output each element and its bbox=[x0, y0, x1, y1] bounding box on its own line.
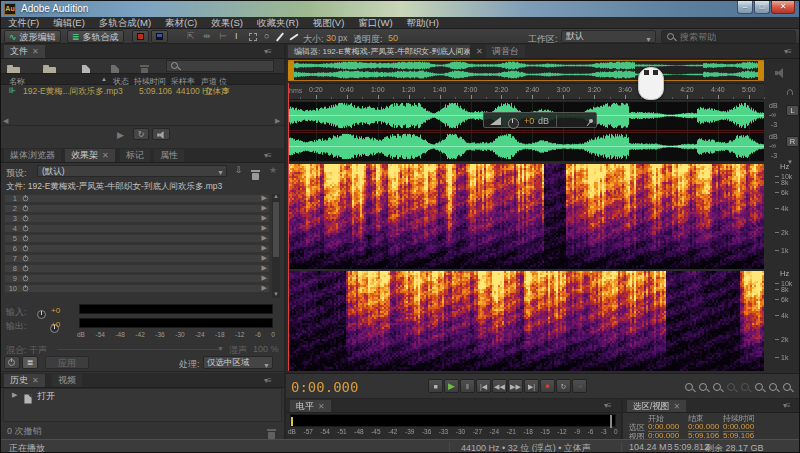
favorite-star-icon[interactable]: ★ bbox=[269, 165, 277, 175]
move-tool-icon[interactable]: ⇱ bbox=[187, 31, 195, 41]
zoom-in-amplitude-button[interactable] bbox=[725, 381, 738, 394]
overview-selection-handle-right[interactable] bbox=[758, 60, 764, 81]
history-entry[interactable]: ▶ 打开 bbox=[4, 390, 283, 401]
tab-markers[interactable]: 标记 bbox=[120, 149, 150, 162]
tab-history[interactable]: 历史✕ bbox=[4, 374, 45, 387]
menu-item[interactable]: 文件(F) bbox=[1, 17, 46, 29]
effect-slot[interactable]: 2▶ bbox=[4, 204, 270, 213]
close-icon[interactable]: ✕ bbox=[32, 376, 39, 385]
to-start-button[interactable]: |◀ bbox=[476, 379, 491, 393]
playhead[interactable] bbox=[288, 83, 289, 371]
panel-menu-icon[interactable]: ▾≡ bbox=[784, 47, 791, 56]
zoom-selection-button[interactable] bbox=[711, 381, 724, 394]
to-end-button[interactable]: ▶| bbox=[524, 379, 539, 393]
workspace-dropdown[interactable]: 默认▼ bbox=[561, 30, 656, 43]
trash-icon[interactable] bbox=[267, 429, 276, 439]
play-button[interactable]: ▶ bbox=[444, 379, 459, 393]
menu-item[interactable]: 编辑(E) bbox=[46, 17, 92, 29]
skip-button[interactable]: ⇥ bbox=[572, 379, 587, 393]
spectral-view-button[interactable] bbox=[151, 30, 168, 43]
left-channel-button[interactable]: L bbox=[786, 105, 799, 116]
slot-arrow-icon[interactable]: ▶ bbox=[262, 234, 267, 242]
files-search-box[interactable] bbox=[166, 60, 274, 72]
tab-editor[interactable]: 编辑器: 192-E黄梅戏-严凤英-牛郎织女-到底人间欢乐多.mp3 bbox=[288, 45, 470, 58]
menu-item[interactable]: 素材(C) bbox=[158, 17, 204, 29]
effect-slot[interactable]: 7▶ bbox=[4, 254, 270, 263]
minimize-button[interactable]: – bbox=[737, 1, 753, 14]
slip-tool-icon[interactable]: ⇹ bbox=[203, 31, 211, 41]
overview-waveform[interactable] bbox=[294, 61, 758, 80]
close-icon[interactable]: ✕ bbox=[102, 151, 109, 160]
panel-menu-icon[interactable]: ▾≡ bbox=[783, 401, 790, 410]
effect-slot[interactable]: 3▶ bbox=[4, 214, 270, 223]
menu-item[interactable]: 视图(V) bbox=[306, 17, 352, 29]
tab-selection-view[interactable]: 选区/视图✕ bbox=[627, 400, 686, 412]
hscroll-right-icon[interactable]: ▶ bbox=[275, 117, 280, 125]
zoom-in-width-button[interactable] bbox=[753, 381, 766, 394]
record-button[interactable]: ● bbox=[540, 379, 555, 393]
chevron-down-icon[interactable]: ▼ bbox=[464, 48, 471, 55]
forward-button[interactable]: ▶▶ bbox=[508, 379, 523, 393]
waveform-display[interactable] bbox=[288, 101, 764, 162]
slot-arrow-icon[interactable]: ▶ bbox=[262, 244, 267, 252]
rack-power-button[interactable] bbox=[4, 356, 20, 369]
mix-slider-track[interactable] bbox=[57, 349, 222, 350]
menu-item[interactable]: 帮助(H) bbox=[400, 17, 446, 29]
spot-healing-tool-icon[interactable] bbox=[289, 33, 298, 40]
slot-arrow-icon[interactable]: ▶ bbox=[262, 214, 267, 222]
preview-play-icon[interactable]: ▶ bbox=[117, 130, 124, 140]
close-icon[interactable]: ✕ bbox=[673, 402, 680, 411]
hud-gain-value[interactable]: +0 bbox=[524, 116, 534, 126]
zoom-out-width-button[interactable] bbox=[767, 381, 780, 394]
loop-button[interactable]: ↻ bbox=[556, 379, 571, 393]
help-search-input[interactable] bbox=[680, 32, 790, 42]
tab-files[interactable]: 文件✕ bbox=[4, 45, 45, 58]
spectrogram-right[interactable] bbox=[288, 271, 764, 371]
effect-slot[interactable]: 6▶ bbox=[4, 244, 270, 253]
input-gain-knob[interactable] bbox=[37, 310, 46, 319]
scroll-down-icon[interactable]: ▼ bbox=[273, 291, 279, 297]
power-icon[interactable] bbox=[23, 216, 29, 222]
lasso-selection-tool-icon[interactable]: ○ bbox=[264, 31, 269, 41]
save-preset-icon[interactable]: ⇩ bbox=[235, 165, 243, 175]
time-ruler[interactable]: hms 0:200:401:001:201:402:002:202:403:00… bbox=[288, 83, 764, 100]
rack-list-toggle[interactable]: ≣ bbox=[22, 356, 38, 369]
slot-arrow-icon[interactable]: ▶ bbox=[262, 194, 267, 202]
loop-playback-icon[interactable]: ↻ bbox=[133, 128, 149, 140]
slot-arrow-icon[interactable]: ▶ bbox=[262, 204, 267, 212]
headphones-icon[interactable]: ∩ bbox=[786, 85, 794, 97]
slot-arrow-icon[interactable]: ▶ bbox=[262, 274, 267, 282]
effect-slot[interactable]: 10▶ bbox=[4, 284, 270, 293]
menu-item[interactable]: 效果(S) bbox=[204, 17, 250, 29]
file-row[interactable]: ⊪ 192-E黄梅...间欢乐多.mp3 5:09.106 44100 Hz 立… bbox=[1, 85, 284, 97]
brush-size-value[interactable]: 30 bbox=[326, 33, 336, 43]
power-icon[interactable] bbox=[23, 266, 29, 272]
menu-item[interactable]: 多轨合成(M) bbox=[92, 17, 158, 29]
auto-play-icon[interactable] bbox=[152, 128, 170, 140]
panel-menu-icon[interactable]: ▾≡ bbox=[604, 401, 611, 410]
overview-strip[interactable] bbox=[288, 60, 764, 81]
menu-item[interactable]: 收藏夹(R) bbox=[250, 17, 306, 29]
mix-slider-thumb[interactable]: ▼ bbox=[217, 345, 224, 352]
help-search-box[interactable] bbox=[661, 30, 796, 43]
tab-levels[interactable]: 电平✕ bbox=[290, 400, 331, 412]
zoom-full-button[interactable] bbox=[781, 381, 794, 394]
zoom-out-amplitude-button[interactable] bbox=[739, 381, 752, 394]
slot-arrow-icon[interactable]: ▶ bbox=[262, 224, 267, 232]
power-icon[interactable] bbox=[23, 196, 29, 202]
stop-button[interactable]: ■ bbox=[428, 379, 443, 393]
scroll-thumb[interactable] bbox=[273, 202, 279, 257]
panel-menu-icon[interactable]: ▾≡ bbox=[264, 151, 271, 160]
maximize-button[interactable]: □ bbox=[754, 1, 770, 14]
zoom-out-button[interactable] bbox=[697, 381, 710, 394]
close-icon[interactable]: ✕ bbox=[318, 402, 325, 411]
paintbrush-tool-icon[interactable] bbox=[276, 33, 284, 42]
marquee-selection-tool-icon[interactable] bbox=[249, 33, 257, 41]
hud-gain-knob[interactable] bbox=[508, 118, 519, 129]
input-gain-value[interactable]: +0 bbox=[51, 306, 60, 315]
rack-scrollbar[interactable]: ▲ ▼ bbox=[272, 194, 280, 298]
delete-preset-icon[interactable] bbox=[251, 170, 260, 180]
panel-menu-icon[interactable]: ▾≡ bbox=[264, 47, 271, 56]
power-icon[interactable] bbox=[23, 206, 29, 212]
rewind-button[interactable]: ◀◀ bbox=[492, 379, 507, 393]
